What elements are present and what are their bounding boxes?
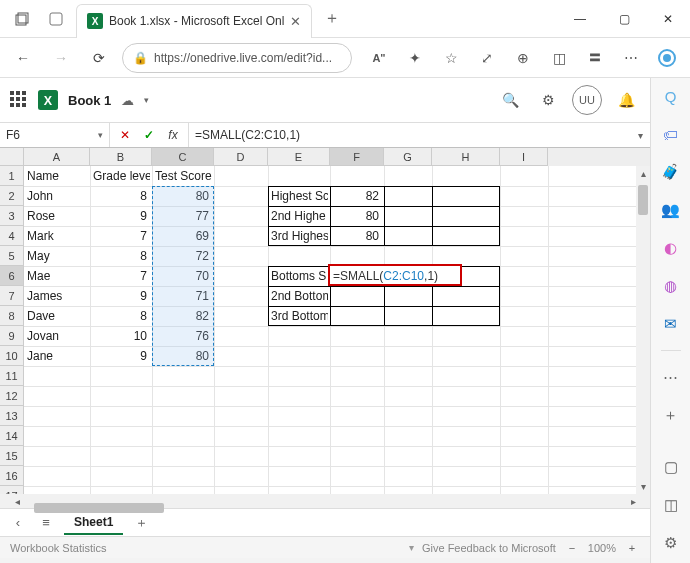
fx-icon[interactable]: fx <box>164 126 182 144</box>
sidebar-shopping-icon[interactable]: 🧳 <box>659 160 683 184</box>
row-header-8[interactable]: 8 <box>0 306 24 326</box>
all-sheets-button[interactable]: ≡ <box>36 513 56 533</box>
cell-A2[interactable]: John <box>24 186 88 206</box>
column-header-D[interactable]: D <box>214 148 268 166</box>
cell-C2[interactable]: 80 <box>152 186 212 206</box>
more-icon[interactable]: ⋯ <box>616 43 646 73</box>
formula-expand-button[interactable]: ▾ <box>630 130 650 141</box>
cell-C10[interactable]: 80 <box>152 346 212 366</box>
cell-B2[interactable]: 8 <box>90 186 150 206</box>
cell-C9[interactable]: 76 <box>152 326 212 346</box>
cell-A1[interactable]: Name <box>24 166 88 186</box>
cell-E8[interactable]: 3rd Bottom <box>268 306 328 326</box>
sidebar-outlook-icon[interactable]: ✉ <box>659 312 683 336</box>
copilot-icon[interactable] <box>652 43 682 73</box>
zoom-level[interactable]: 100% <box>588 542 616 554</box>
sidebar-tag-icon[interactable]: 🏷 <box>659 122 683 146</box>
scroll-up-icon[interactable]: ▴ <box>641 166 646 181</box>
cell-B9[interactable]: 10 <box>90 326 150 346</box>
cell-F4[interactable]: 80 <box>330 226 382 246</box>
cell-B3[interactable]: 9 <box>90 206 150 226</box>
cell-F6-editing[interactable]: =SMALL(C2:C10,1) <box>330 266 460 286</box>
cells-area[interactable]: NameGrade levelTest ScoreJohn880Rose977M… <box>24 166 650 494</box>
sidebar-tool1-icon[interactable]: ▢ <box>659 455 683 479</box>
back-button[interactable]: ← <box>8 43 38 73</box>
cell-B8[interactable]: 8 <box>90 306 150 326</box>
search-button[interactable]: 🔍 <box>496 86 524 114</box>
namebox-caret-icon[interactable]: ▾ <box>98 130 103 140</box>
horizontal-scrollbar[interactable]: ◂ ▸ <box>0 494 650 508</box>
sidebar-settings-icon[interactable]: ⚙ <box>659 531 683 555</box>
cell-C7[interactable]: 71 <box>152 286 212 306</box>
collections-icon[interactable]: ◫ <box>544 43 574 73</box>
workbook-statistics-button[interactable]: Workbook Statistics <box>10 542 106 554</box>
row-header-11[interactable]: 11 <box>0 366 24 386</box>
cell-A4[interactable]: Mark <box>24 226 88 246</box>
settings-button[interactable]: ⚙ <box>534 86 562 114</box>
forward-button[interactable]: → <box>46 43 76 73</box>
row-header-15[interactable]: 15 <box>0 446 24 466</box>
cell-C8[interactable]: 82 <box>152 306 212 326</box>
cell-E4[interactable]: 3rd Highes <box>268 226 328 246</box>
name-box[interactable]: F6 ▾ <box>0 123 110 147</box>
cell-B5[interactable]: 8 <box>90 246 150 266</box>
sidebar-add-icon[interactable]: ＋ <box>659 403 683 427</box>
column-header-G[interactable]: G <box>384 148 432 166</box>
tab-close-icon[interactable]: ✕ <box>290 14 301 29</box>
row-header-3[interactable]: 3 <box>0 206 24 226</box>
sidebar-people-icon[interactable]: 👥 <box>659 198 683 222</box>
spreadsheet-grid[interactable]: ABCDEFGHI 1234567891011121314151617 Name… <box>0 148 650 508</box>
tab-placeholder-icon[interactable] <box>42 5 70 33</box>
window-minimize-button[interactable]: — <box>558 0 602 38</box>
browser-tab-active[interactable]: X Book 1.xlsx - Microsoft Excel Onl ✕ <box>76 4 312 38</box>
cell-C4[interactable]: 69 <box>152 226 212 246</box>
row-headers[interactable]: 1234567891011121314151617 <box>0 166 24 494</box>
read-aloud-icon[interactable]: ✦ <box>400 43 430 73</box>
add-sheet-button[interactable]: ＋ <box>131 513 151 533</box>
formula-cancel-button[interactable]: ✕ <box>116 126 134 144</box>
cell-B10[interactable]: 9 <box>90 346 150 366</box>
sidebar-more-icon[interactable]: ⋯ <box>659 365 683 389</box>
sidebar-search-icon[interactable]: Q <box>659 84 683 108</box>
cell-B4[interactable]: 7 <box>90 226 150 246</box>
cell-C1[interactable]: Test Score <box>152 166 212 186</box>
workbook-menu-caret[interactable]: ▾ <box>144 95 149 105</box>
zoom-in-button[interactable]: + <box>624 540 640 556</box>
row-header-7[interactable]: 7 <box>0 286 24 306</box>
extensions-icon[interactable]: ⊕ <box>508 43 538 73</box>
sidebar-cortana-icon[interactable]: ◐ <box>659 236 683 260</box>
cell-A10[interactable]: Jane <box>24 346 88 366</box>
column-header-F[interactable]: F <box>330 148 384 166</box>
cell-A8[interactable]: Dave <box>24 306 88 326</box>
split-icon[interactable]: 〓 <box>580 43 610 73</box>
vertical-scrollbar[interactable]: ▴ ▾ <box>636 166 650 494</box>
row-header-2[interactable]: 2 <box>0 186 24 206</box>
row-header-12[interactable]: 12 <box>0 386 24 406</box>
app-launcher-icon[interactable] <box>10 91 28 109</box>
row-header-4[interactable]: 4 <box>0 226 24 246</box>
column-header-B[interactable]: B <box>90 148 152 166</box>
new-tab-button[interactable]: ＋ <box>318 5 346 33</box>
row-header-14[interactable]: 14 <box>0 426 24 446</box>
row-header-17[interactable]: 17 <box>0 486 24 494</box>
column-header-E[interactable]: E <box>268 148 330 166</box>
window-close-button[interactable]: ✕ <box>646 0 690 38</box>
column-header-H[interactable]: H <box>432 148 500 166</box>
row-header-13[interactable]: 13 <box>0 406 24 426</box>
favorite-icon[interactable]: ☆ <box>436 43 466 73</box>
formula-enter-button[interactable]: ✓ <box>140 126 158 144</box>
row-header-6[interactable]: 6 <box>0 266 24 286</box>
cell-E7[interactable]: 2nd Bottom <box>268 286 328 306</box>
cell-C3[interactable]: 77 <box>152 206 212 226</box>
reading-mode-icon[interactable]: A" <box>364 43 394 73</box>
cell-C6[interactable]: 70 <box>152 266 212 286</box>
select-all-corner[interactable] <box>0 148 24 166</box>
cell-E3[interactable]: 2nd Highe <box>268 206 328 226</box>
cell-A5[interactable]: May <box>24 246 88 266</box>
sidebar-tool2-icon[interactable]: ◫ <box>659 493 683 517</box>
cell-B6[interactable]: 7 <box>90 266 150 286</box>
address-bar[interactable]: 🔒 https://onedrive.live.com/edit?id... <box>122 43 352 73</box>
row-header-5[interactable]: 5 <box>0 246 24 266</box>
row-header-16[interactable]: 16 <box>0 466 24 486</box>
cell-F2[interactable]: 82 <box>330 186 382 206</box>
